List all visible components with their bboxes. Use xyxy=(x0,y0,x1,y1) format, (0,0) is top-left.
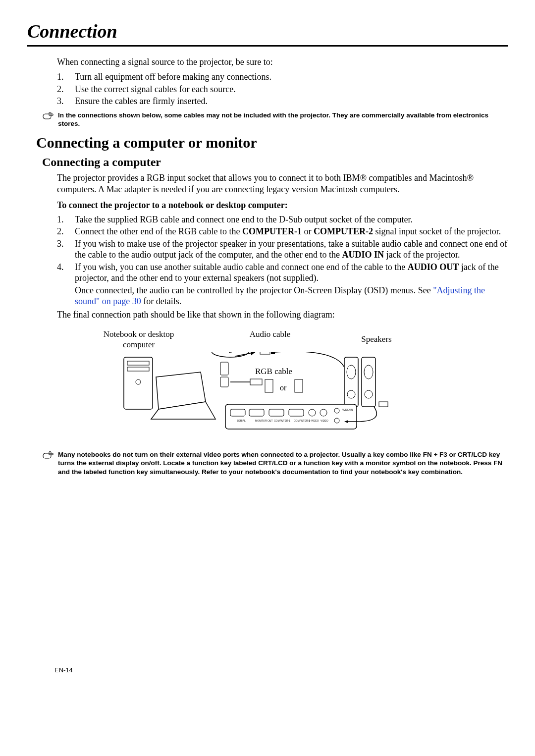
body-paragraph: The final connection path should be like… xyxy=(57,309,508,321)
svg-point-27 xyxy=(334,418,339,423)
step-text: Connect the other end of the RGB cable t… xyxy=(75,226,508,237)
note-text: In the connections shown below, some cab… xyxy=(58,111,508,128)
svg-point-24 xyxy=(309,409,316,416)
step-num: 3. xyxy=(57,238,75,261)
svg-text:MONITOR OUT: MONITOR OUT xyxy=(255,419,272,422)
svg-point-25 xyxy=(320,409,327,416)
svg-text:S-VIDEO: S-VIDEO xyxy=(309,419,319,422)
svg-rect-6 xyxy=(260,352,270,354)
svg-rect-18 xyxy=(295,379,303,392)
sub-heading: To connect the projector to a notebook o… xyxy=(57,200,508,211)
list-num: 3. xyxy=(57,96,75,107)
list-text: Use the correct signal cables for each s… xyxy=(75,84,236,95)
subsection-heading: Connecting a computer xyxy=(42,155,508,169)
diagram-label-rgb: RGB cable xyxy=(255,366,292,377)
diagram-label-or: or xyxy=(280,383,286,393)
svg-rect-14 xyxy=(220,362,228,375)
diagram-label-speakers: Speakers xyxy=(349,329,404,344)
svg-text:COMPUTER-2: COMPUTER-2 xyxy=(294,419,310,422)
svg-rect-35 xyxy=(379,402,388,407)
svg-rect-7 xyxy=(271,352,275,354)
diagram-label-notebook: Notebook or desktop computer xyxy=(87,329,191,350)
list-text: Turn all equipment off before making any… xyxy=(75,71,271,83)
page-number: EN-14 xyxy=(54,666,73,674)
svg-rect-16 xyxy=(250,379,262,385)
body-paragraph: The projector provides a RGB input socke… xyxy=(57,172,508,195)
steps-list: 1. Take the supplied RGB cable and conne… xyxy=(57,214,508,307)
svg-text:VIDEO: VIDEO xyxy=(321,419,328,422)
svg-rect-21 xyxy=(249,409,264,416)
connection-diagram-svg: SERIAL MONITOR OUT COMPUTER-1 COMPUTER-2… xyxy=(87,352,404,441)
svg-rect-15 xyxy=(220,377,228,387)
step-text: If you wish, you can use another suitabl… xyxy=(75,262,508,307)
note-text: Many notebooks do not turn on their exte… xyxy=(58,450,508,477)
connection-diagram: Notebook or desktop computer Audio cable… xyxy=(87,329,404,441)
list-num: 1. xyxy=(57,71,75,83)
section-heading: Connecting a computer or monitor xyxy=(36,133,508,152)
step-text: Take the supplied RGB cable and connect … xyxy=(75,214,508,225)
svg-text:COMPUTER-1: COMPUTER-1 xyxy=(274,419,290,422)
page-title: Connection xyxy=(27,20,508,47)
hand-pointing-icon xyxy=(42,451,55,462)
intro-text: When connecting a signal source to the p… xyxy=(57,56,508,68)
svg-rect-17 xyxy=(265,379,273,392)
diagram-label-audio: Audio cable xyxy=(233,329,307,339)
svg-rect-9 xyxy=(362,357,375,407)
step-num: 1. xyxy=(57,214,75,225)
step-num: 2. xyxy=(57,226,75,237)
svg-rect-19 xyxy=(225,404,357,429)
list-text: Ensure the cables are firmly inserted. xyxy=(75,96,208,107)
svg-text:AUDIO IN: AUDIO IN xyxy=(342,408,353,411)
step-text: If you wish to make use of the projector… xyxy=(75,238,508,261)
intro-list: 1.Turn all equipment off before making a… xyxy=(57,71,508,107)
svg-rect-8 xyxy=(344,357,358,407)
svg-point-26 xyxy=(334,408,339,413)
step-num: 4. xyxy=(57,262,75,307)
svg-text:SERIAL: SERIAL xyxy=(237,419,246,422)
svg-rect-20 xyxy=(230,409,245,416)
list-num: 2. xyxy=(57,84,75,95)
hand-pointing-icon xyxy=(42,111,55,123)
svg-rect-23 xyxy=(289,409,304,416)
svg-rect-22 xyxy=(269,409,284,416)
